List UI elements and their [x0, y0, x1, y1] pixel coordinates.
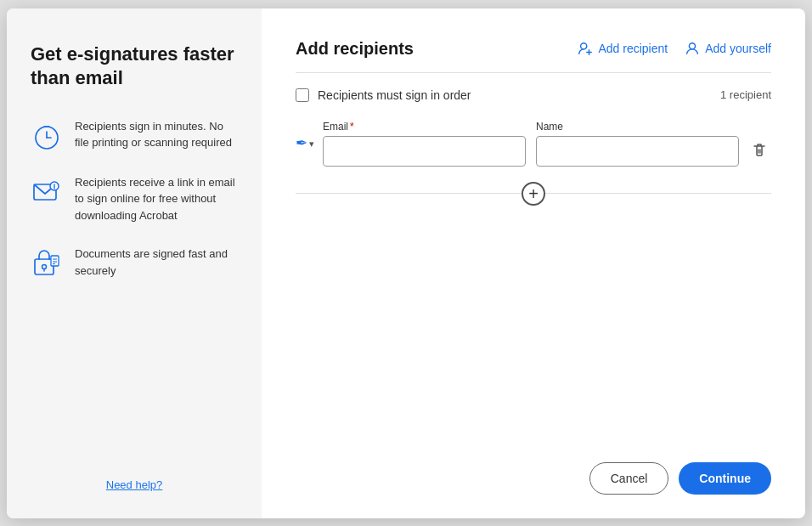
add-recipient-label: Add recipient: [598, 42, 668, 55]
add-recipient-icon: [578, 41, 593, 56]
panel-title: Add recipients: [296, 39, 414, 59]
sign-order-text: Recipients must sign in order: [318, 88, 471, 102]
email-field-wrapper: Email*: [323, 121, 526, 167]
sign-order-label[interactable]: Recipients must sign in order: [296, 88, 471, 102]
sign-order-row: Recipients must sign in order 1 recipien…: [296, 88, 771, 102]
header-divider: [296, 72, 771, 73]
right-header: Add recipients Add recipient: [296, 39, 771, 59]
recipient-row: ✒ ▾ Email* Name: [296, 121, 771, 167]
pen-icon: ✒: [296, 134, 307, 152]
role-selector[interactable]: ✒ ▾: [296, 134, 314, 152]
svg-point-18: [690, 43, 696, 49]
cancel-button[interactable]: Cancel: [589, 462, 669, 495]
email-label: Email*: [323, 121, 526, 133]
continue-button[interactable]: Continue: [679, 462, 771, 495]
svg-point-7: [54, 188, 55, 189]
add-yourself-label: Add yourself: [705, 42, 771, 55]
trash-icon: [751, 141, 768, 158]
svg-point-15: [581, 43, 587, 49]
footer: Cancel Continue: [296, 449, 771, 495]
modal: Get e-signatures faster than email Recip…: [7, 8, 805, 518]
delete-recipient-button[interactable]: [747, 138, 771, 164]
add-recipient-button[interactable]: Add recipient: [578, 41, 668, 56]
header-actions: Add recipient Add yourself: [578, 41, 771, 56]
name-input[interactable]: [536, 136, 739, 167]
sign-order-checkbox[interactable]: [296, 88, 309, 102]
feature-item-email: Recipients receive a link in email to si…: [31, 174, 238, 224]
chevron-down-icon: ▾: [309, 139, 314, 150]
name-label: Name: [536, 121, 739, 133]
feature-text-email: Recipients receive a link in email to si…: [75, 174, 238, 224]
clock-icon: [31, 120, 63, 152]
recipient-count: 1 recipient: [720, 88, 771, 101]
feature-list: Recipients sign in minutes. No file prin…: [31, 118, 238, 451]
add-yourself-button[interactable]: Add yourself: [685, 41, 771, 56]
add-line-left: [296, 193, 522, 194]
svg-rect-11: [51, 256, 59, 266]
feature-item-secure: Documents are signed fast and securely: [31, 246, 238, 280]
add-recipient-circle-button[interactable]: +: [522, 182, 545, 206]
name-field-wrapper: Name: [536, 121, 739, 167]
secure-icon: [31, 247, 63, 280]
need-help-link[interactable]: Need help?: [31, 478, 238, 491]
right-panel: Add recipients Add recipient: [262, 8, 805, 518]
add-line-right: [545, 193, 771, 194]
feature-text-secure: Documents are signed fast and securely: [75, 246, 238, 279]
email-icon: [31, 176, 63, 208]
add-yourself-icon: [685, 41, 700, 56]
add-row: +: [296, 182, 771, 206]
feature-text-speed: Recipients sign in minutes. No file prin…: [75, 118, 238, 151]
required-star: *: [350, 121, 354, 133]
feature-item-speed: Recipients sign in minutes. No file prin…: [31, 118, 238, 152]
email-input[interactable]: [323, 136, 526, 167]
left-panel: Get e-signatures faster than email Recip…: [7, 8, 262, 518]
left-panel-title: Get e-signatures faster than email: [31, 42, 238, 91]
recipient-fields: Email* Name: [323, 121, 739, 167]
